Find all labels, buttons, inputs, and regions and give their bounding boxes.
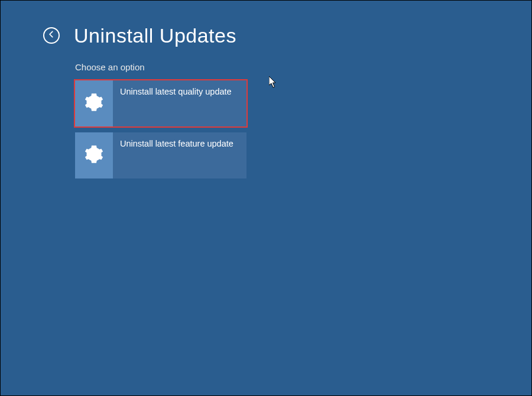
option-uninstall-quality-update[interactable]: Uninstall latest quality update [75, 80, 246, 126]
page-header: Uninstall Updates [1, 1, 531, 46]
option-uninstall-feature-update[interactable]: Uninstall latest feature update [75, 132, 246, 178]
page-title: Uninstall Updates [74, 25, 236, 46]
back-arrow-icon [47, 30, 56, 41]
options-list: Uninstall latest quality update Uninstal… [75, 80, 246, 178]
page-subtitle: Choose an option [75, 62, 531, 72]
option-icon-container [75, 132, 113, 178]
option-icon-container [75, 80, 113, 126]
gear-icon [85, 93, 103, 114]
back-button[interactable] [43, 27, 60, 44]
svg-marker-0 [269, 76, 275, 87]
option-label: Uninstall latest quality update [113, 80, 239, 98]
option-label: Uninstall latest feature update [113, 132, 241, 150]
gear-icon [85, 145, 103, 166]
mouse-cursor-icon [269, 76, 277, 88]
